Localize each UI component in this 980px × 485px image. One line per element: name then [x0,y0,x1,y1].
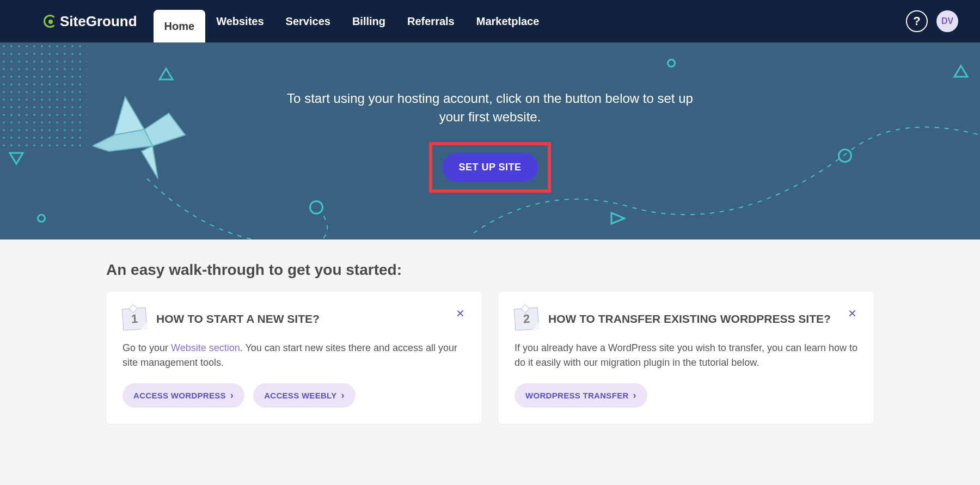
close-icon[interactable]: ✕ [455,308,465,319]
chevron-right-icon: › [230,390,234,401]
wordpress-transfer-button[interactable]: WORDPRESS TRANSFER› [514,383,647,408]
card-buttons: ACCESS WORDPRESS› ACCESS WEEBLY› [122,383,465,408]
circle-icon [37,214,46,223]
svg-marker-1 [144,113,185,146]
section-title: An easy walk-through to get you started: [106,261,874,279]
note-icon: 2 [514,308,540,331]
circle-icon [309,200,323,214]
note-icon: 1 [122,308,148,331]
access-wordpress-button[interactable]: ACCESS WORDPRESS› [122,383,244,408]
help-icon[interactable]: ? [906,10,928,32]
website-section-link[interactable]: Website section [171,342,240,353]
nav: Home Websites Services Billing Referrals… [154,0,550,42]
card-header: 1 HOW TO START A NEW SITE? [122,308,465,330]
header-right: ? DV [906,10,958,32]
card-desc-pre: Go to your [122,342,171,353]
logo-text: SiteGround [60,13,137,30]
btn-label: ACCESS WEEBLY [264,391,336,400]
logo-swirl-icon [44,15,57,28]
btn-label: WORDPRESS TRANSFER [525,391,629,400]
dashed-path-icon [0,42,980,240]
card-header: 2 HOW TO TRANSFER EXISTING WORDPRESS SIT… [514,308,857,330]
dots-decor-icon [0,42,87,151]
svg-marker-5 [10,153,23,164]
triangle-icon [8,151,24,165]
close-icon[interactable]: ✕ [847,308,857,319]
logo[interactable]: SiteGround [44,13,137,30]
circle-icon [838,149,852,163]
svg-marker-6 [954,66,967,77]
highlight-box: SET UP SITE [429,142,550,193]
triangle-icon [953,64,969,78]
nav-item-marketplace[interactable]: Marketplace [465,0,550,42]
hero-text: To start using your hosting account, cli… [283,89,697,126]
nav-item-referrals[interactable]: Referrals [396,0,465,42]
origami-bird-icon [93,91,201,184]
svg-marker-7 [611,213,624,224]
cards: ✕ 1 HOW TO START A NEW SITE? Go to your … [106,292,874,424]
circle-icon [667,59,676,67]
triangle-icon [158,67,174,81]
svg-marker-4 [160,69,173,79]
header: SiteGround Home Websites Services Billin… [0,0,980,42]
chevron-right-icon: › [633,390,636,401]
content: An easy walk-through to get you started:… [106,240,874,446]
card-buttons: WORDPRESS TRANSFER› [514,383,857,408]
btn-label: ACCESS WORDPRESS [133,391,226,400]
card-start-new-site: ✕ 1 HOW TO START A NEW SITE? Go to your … [106,292,482,424]
svg-marker-2 [93,130,152,151]
card-transfer-wordpress: ✕ 2 HOW TO TRANSFER EXISTING WORDPRESS S… [498,292,874,424]
hero: To start using your hosting account, cli… [0,42,980,240]
nav-item-websites[interactable]: Websites [205,0,274,42]
nav-item-services[interactable]: Services [275,0,341,42]
svg-marker-3 [142,146,158,179]
card-title: HOW TO START A NEW SITE? [156,312,320,326]
chevron-right-icon: › [341,390,345,401]
svg-marker-0 [114,97,144,135]
avatar[interactable]: DV [936,10,958,32]
card-title: HOW TO TRANSFER EXISTING WORDPRESS SITE? [548,312,831,326]
card-desc: Go to your Website section. You can star… [122,341,465,370]
access-weebly-button[interactable]: ACCESS WEEBLY› [253,383,356,408]
card-desc: If you already have a WordPress site you… [514,341,857,370]
nav-item-home[interactable]: Home [154,10,206,42]
nav-item-billing[interactable]: Billing [341,0,396,42]
triangle-icon [610,211,626,225]
set-up-site-button[interactable]: SET UP SITE [442,153,537,182]
